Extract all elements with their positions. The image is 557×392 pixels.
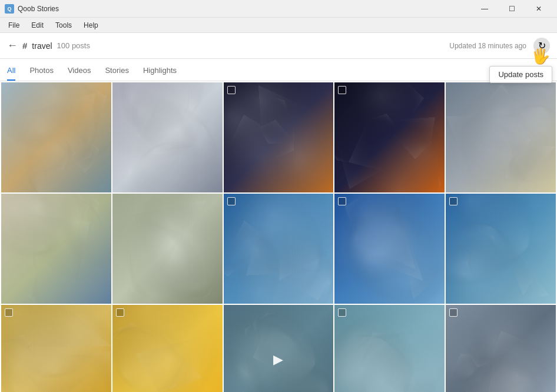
close-button[interactable]: ✕ xyxy=(525,0,552,18)
multi-post-icon xyxy=(338,197,346,205)
updated-text: Updated 18 minutes ago xyxy=(449,42,526,50)
refresh-button[interactable]: ↻ xyxy=(533,38,550,54)
grid-item[interactable] xyxy=(112,82,223,192)
post-count: 100 posts xyxy=(57,41,90,50)
grid-item[interactable] xyxy=(1,305,111,392)
menubar: File Edit Tools Help xyxy=(0,18,557,33)
app-title: Qoob Stories xyxy=(18,5,59,13)
menu-help[interactable]: Help xyxy=(78,20,104,31)
grid-item[interactable] xyxy=(334,305,445,392)
tab-all[interactable]: All xyxy=(7,66,15,81)
back-button[interactable]: ← xyxy=(7,39,18,52)
multi-post-icon xyxy=(116,308,124,317)
grid-item[interactable] xyxy=(1,194,111,304)
multi-post-icon xyxy=(227,197,236,205)
grid-item[interactable] xyxy=(446,194,556,304)
refresh-icon: ↻ xyxy=(538,40,546,51)
multi-post-icon xyxy=(449,197,457,205)
menu-file[interactable]: File xyxy=(2,20,25,31)
tab-stories[interactable]: Stories xyxy=(105,66,128,81)
grid-item[interactable] xyxy=(112,194,223,304)
tab-videos[interactable]: Videos xyxy=(68,66,91,81)
titlebar: Q Qoob Stories — ☐ ✕ xyxy=(0,0,557,18)
grid-item[interactable] xyxy=(446,82,556,192)
grid-item[interactable] xyxy=(446,305,556,392)
tag-name: travel xyxy=(32,41,52,51)
menu-edit[interactable]: Edit xyxy=(25,20,49,31)
grid-item[interactable] xyxy=(334,82,445,192)
media-grid: ▶ xyxy=(0,81,557,392)
maximize-button[interactable]: ☐ xyxy=(498,0,525,18)
hashtag-icon: # xyxy=(22,41,27,51)
tab-highlights[interactable]: Highlights xyxy=(143,66,177,81)
multi-post-icon xyxy=(227,86,236,94)
grid-item[interactable] xyxy=(1,82,111,192)
window-controls: — ☐ ✕ xyxy=(471,0,552,18)
header: ← # travel 100 posts Updated 18 minutes … xyxy=(0,33,557,59)
multi-post-icon xyxy=(449,308,457,317)
grid-item[interactable] xyxy=(112,305,223,392)
tab-photos[interactable]: Photos xyxy=(29,66,53,81)
tabs-bar: All Photos Videos Stories Highlights ☰ 🔍… xyxy=(0,59,557,81)
update-posts-tooltip: Update posts xyxy=(489,66,552,83)
grid-item[interactable] xyxy=(224,194,334,304)
app-logo: Q xyxy=(5,4,14,14)
menu-tools[interactable]: Tools xyxy=(49,20,78,31)
grid-item[interactable]: ▶ xyxy=(224,305,334,392)
multi-post-icon xyxy=(338,308,346,317)
multi-post-icon xyxy=(338,86,346,94)
grid-item[interactable] xyxy=(334,194,445,304)
multi-post-icon xyxy=(5,308,13,317)
minimize-button[interactable]: — xyxy=(471,0,498,18)
grid-item[interactable] xyxy=(224,82,334,192)
media-grid-container: ▶ xyxy=(0,81,557,392)
